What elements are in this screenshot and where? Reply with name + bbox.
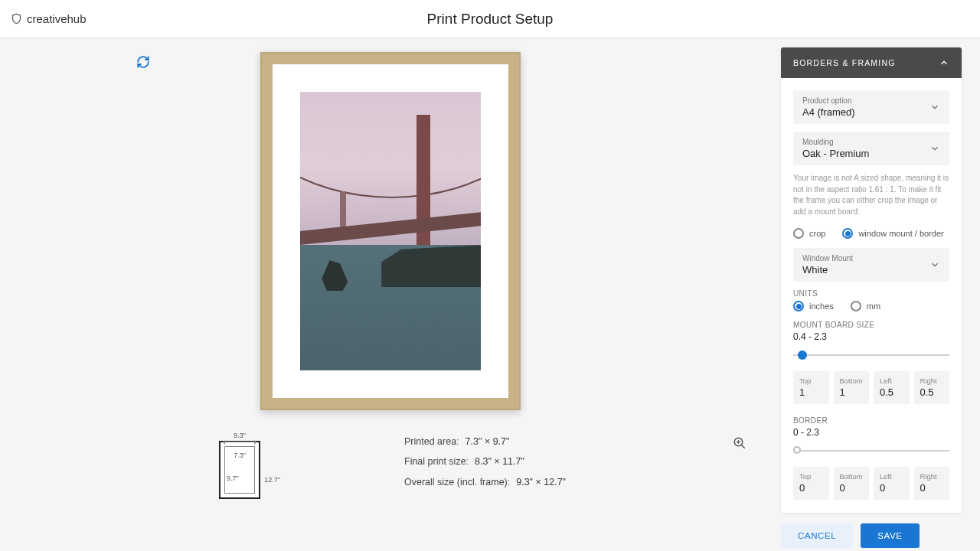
- crop-radio[interactable]: crop: [793, 228, 825, 239]
- printed-area-label: Printed area: [404, 436, 456, 447]
- magnify-plus-icon: [733, 436, 746, 450]
- chevron-up-icon: [939, 57, 949, 68]
- product-option-label: Product option: [802, 96, 855, 105]
- chevron-down-icon: [929, 143, 940, 154]
- border-slider[interactable]: [793, 445, 949, 456]
- rotate-icon: [136, 55, 150, 69]
- final-size-value: 8.3" × 11.7": [475, 456, 524, 467]
- printed-area-value: 7.3" × 9.7": [466, 436, 510, 447]
- overall-size-label: Overall size (incl. frame): [404, 477, 508, 487]
- cancel-button[interactable]: CANCEL: [781, 523, 853, 548]
- outer-width-label: 9.3": [205, 432, 274, 439]
- aspect-note: Your image is not A sized shape, meaning…: [793, 173, 949, 217]
- chevron-down-icon: [929, 259, 940, 270]
- mm-label: mm: [867, 302, 880, 311]
- chevron-down-icon: [929, 102, 940, 112]
- overall-size-value: 9.3" × 12.7": [516, 477, 566, 487]
- mount-right-input[interactable]: Right0.5: [914, 371, 950, 404]
- mount-left-input[interactable]: Left0.5: [874, 371, 910, 404]
- border-bottom-input[interactable]: Bottom0: [834, 467, 870, 500]
- mount-size-label: MOUNT BOARD SIZE: [793, 321, 949, 329]
- inches-label: inches: [809, 302, 834, 311]
- borders-framing-panel: BORDERS & FRAMING Product option A4 (fra…: [781, 47, 962, 513]
- window-mount-value: White: [802, 264, 853, 276]
- zoom-button[interactable]: [733, 436, 746, 453]
- brand-text: creativehub: [27, 12, 87, 25]
- inner-height-label: 9.7": [227, 474, 239, 482]
- save-button[interactable]: SAVE: [861, 523, 919, 548]
- product-option-select[interactable]: Product option A4 (framed): [793, 90, 949, 124]
- shield-icon: [11, 13, 22, 24]
- panel-header[interactable]: BORDERS & FRAMING: [781, 47, 962, 78]
- svg-line-1: [741, 445, 745, 448]
- photo-preview: [300, 92, 481, 370]
- window-mount-select[interactable]: Window Mount White: [793, 248, 949, 282]
- product-option-value: A4 (framed): [802, 106, 855, 118]
- rotate-button[interactable]: [136, 55, 150, 72]
- mount-radio[interactable]: window mount / border: [842, 228, 943, 239]
- mount-size-slider[interactable]: [793, 350, 949, 360]
- radio-icon: [842, 228, 853, 239]
- mm-radio[interactable]: mm: [851, 301, 880, 311]
- panel-title: BORDERS & FRAMING: [793, 58, 896, 67]
- border-left-input[interactable]: Left0: [874, 467, 910, 500]
- crop-label: crop: [809, 229, 825, 238]
- inner-width-label: 7.3": [234, 452, 246, 459]
- border-label: BORDER: [793, 416, 949, 425]
- border-top-input[interactable]: Top0: [793, 467, 829, 500]
- units-label: UNITS: [793, 289, 949, 298]
- moulding-value: Oak - Premium: [802, 148, 869, 159]
- window-mount-label: Window Mount: [802, 254, 853, 262]
- dimension-diagram: 9.3" 7.3" 9.7" 12.7": [205, 432, 274, 499]
- radio-icon: [793, 228, 804, 239]
- mat-board: [273, 64, 508, 398]
- page-title: Print Product Setup: [427, 11, 554, 28]
- mount-size-range: 0.4 - 2.3: [793, 331, 949, 342]
- border-right-input[interactable]: Right0: [914, 467, 950, 500]
- size-info: Printed area:7.3" × 9.7" Final print siz…: [404, 432, 566, 492]
- moulding-label: Moulding: [802, 138, 869, 146]
- brand-logo[interactable]: creativehub: [11, 12, 87, 25]
- radio-icon: [851, 301, 861, 311]
- inches-radio[interactable]: inches: [793, 301, 834, 311]
- border-range: 0 - 2.3: [793, 427, 949, 438]
- app-header: creativehub Print Product Setup: [0, 0, 980, 38]
- frame-preview: [260, 52, 521, 410]
- moulding-select[interactable]: Moulding Oak - Premium: [793, 132, 949, 165]
- radio-icon: [793, 301, 804, 311]
- preview-area: 9.3" 7.3" 9.7" 12.7" Printed area:7.3" ×…: [0, 38, 781, 551]
- mount-top-input[interactable]: Top1: [793, 371, 829, 404]
- mount-bottom-input[interactable]: Bottom1: [834, 371, 870, 404]
- mount-label: window mount / border: [858, 229, 943, 238]
- outer-height-label: 12.7": [264, 476, 280, 484]
- final-size-label: Final print size: [404, 456, 466, 467]
